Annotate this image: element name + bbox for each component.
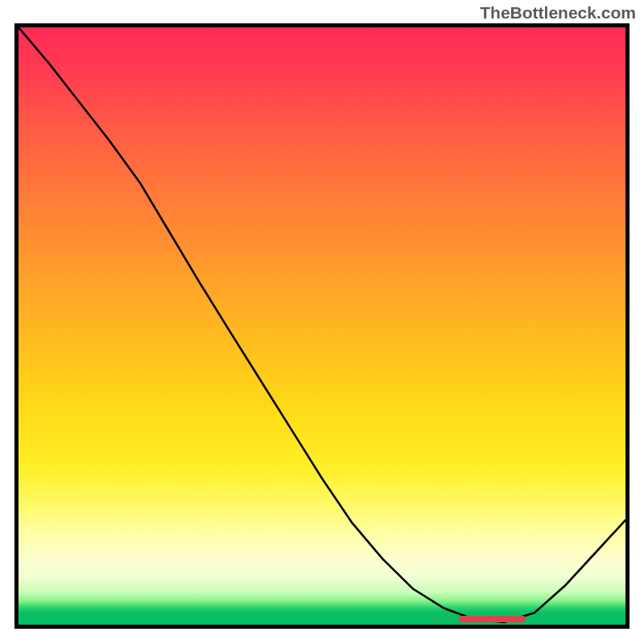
optimal-marker bbox=[459, 616, 526, 622]
bottleneck-curve bbox=[19, 27, 625, 625]
plot-area bbox=[14, 23, 630, 629]
figure-root: TheBottleneck.com bbox=[0, 0, 644, 644]
attribution-text: TheBottleneck.com bbox=[480, 3, 636, 23]
plot-inner bbox=[19, 27, 625, 625]
